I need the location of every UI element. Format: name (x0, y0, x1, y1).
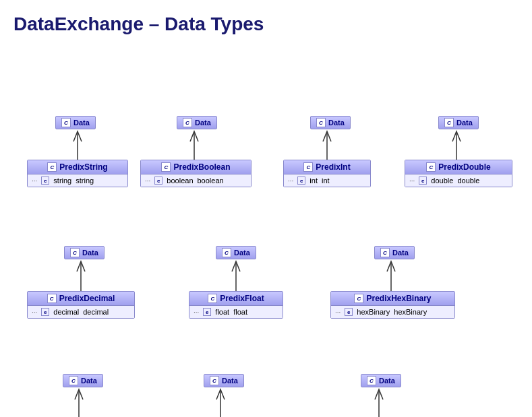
data-icon-datetime: C (367, 376, 376, 385)
class-body-predixdouble: ··· e double double (405, 174, 512, 187)
field-icon-predixint: e (297, 177, 305, 185)
data-box-string: C Data (55, 116, 96, 129)
data-box-float: C Data (216, 246, 256, 259)
class-predixhexbinary: C PredixHexBinary ··· e hexBinary hexBin… (330, 291, 455, 319)
class-icon-predixfloat: C (208, 294, 217, 303)
data-box-boolean: C Data (177, 116, 217, 129)
class-header-predixdecimal: C PredixDecimal (28, 292, 134, 306)
class-predixfloat: C PredixFloat ··· e float float (189, 291, 283, 319)
field-icon-predixfloat: e (203, 308, 211, 316)
class-body-predixfloat: ··· e float float (189, 306, 283, 318)
class-icon-predixboolean: C (161, 162, 171, 172)
class-body-predixstring: ··· e string string (28, 174, 127, 187)
class-predixdouble: C PredixDouble ··· e double double (405, 160, 512, 187)
class-header-predixhexbinary: C PredixHexBinary (331, 292, 454, 306)
class-header-predixdouble: C PredixDouble (405, 160, 512, 174)
diagram: C Data C Data C Data C Data C Data C Dat… (13, 55, 519, 417)
class-icon-predixint: C (303, 162, 313, 172)
class-body-predixdecimal: ··· e decimal decimal (28, 306, 134, 318)
class-predixstring: C PredixString ··· e string string (27, 160, 128, 187)
data-box-int: C Data (310, 116, 351, 129)
class-predixdecimal: C PredixDecimal ··· e decimal decimal (27, 291, 135, 319)
data-box-time: C Data (63, 374, 103, 387)
class-body-predixint: ··· e int int (284, 174, 370, 187)
data-icon-decimal: C (70, 248, 80, 257)
class-body-predixhexbinary: ··· e hexBinary hexBinary (331, 306, 454, 318)
data-box-hexbinary: C Data (374, 246, 415, 259)
data-box-double: C Data (438, 116, 479, 129)
data-icon-time: C (69, 376, 78, 385)
class-predixint: C PredixInt ··· e int int (283, 160, 371, 187)
field-icon-predixdecimal: e (41, 308, 49, 316)
class-icon-predixdecimal: C (47, 294, 57, 303)
arrows-layer (13, 55, 519, 417)
class-icon-predixstring: C (47, 162, 57, 172)
class-header-predixboolean: C PredixBoolean (141, 160, 251, 174)
data-icon-date: C (210, 376, 219, 385)
data-icon-float: C (222, 248, 231, 257)
class-body-predixboolean: ··· e boolean boolean (141, 174, 251, 187)
field-icon-predixdouble: e (419, 177, 427, 185)
page-title: DataExchange – Data Types (13, 13, 519, 35)
data-icon-int: C (316, 118, 326, 127)
class-header-predixstring: C PredixString (28, 160, 127, 174)
class-icon-predixdouble: C (426, 162, 436, 172)
data-icon-hexbinary: C (380, 248, 390, 257)
data-icon-double: C (444, 118, 454, 127)
class-header-predixint: C PredixInt (284, 160, 370, 174)
data-box-date: C Data (204, 374, 244, 387)
class-header-predixfloat: C PredixFloat (189, 292, 283, 306)
class-icon-predixhexbinary: C (354, 294, 363, 303)
data-box-datetime: C Data (361, 374, 401, 387)
data-icon-string: C (61, 118, 71, 127)
data-icon-boolean: C (183, 118, 192, 127)
field-icon-predixstring: e (41, 177, 49, 185)
class-predixboolean: C PredixBoolean ··· e boolean boolean (140, 160, 252, 187)
data-box-decimal: C Data (64, 246, 105, 259)
field-icon-predixhexbinary: e (345, 308, 353, 316)
field-icon-predixboolean: e (154, 177, 162, 185)
